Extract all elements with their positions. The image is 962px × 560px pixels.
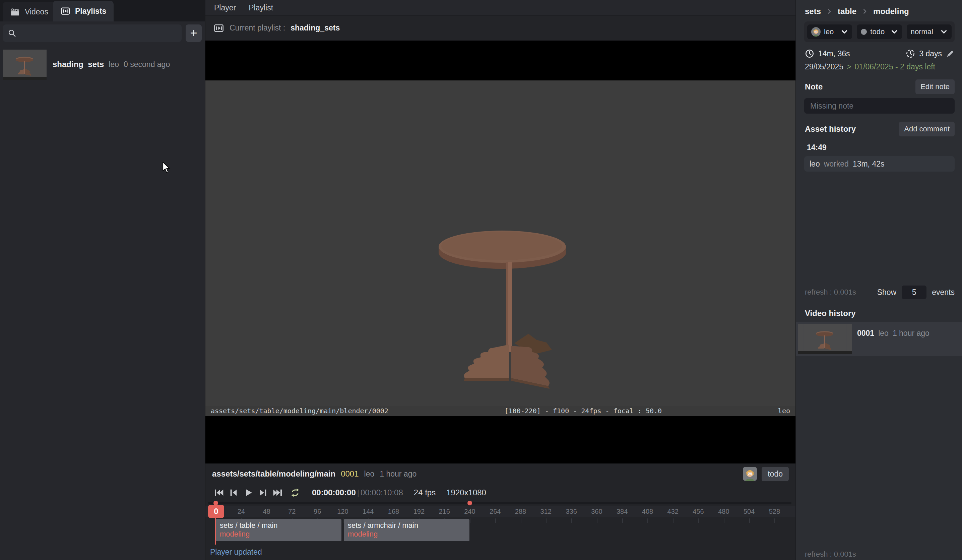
breadcrumb-modeling[interactable]: modeling (873, 7, 909, 16)
ruler-tick-label: 216 (439, 506, 450, 517)
player-panel: Player Playlist Current playlist : shadi… (205, 0, 796, 560)
history-entry-time: 14:49 (807, 143, 962, 152)
fps-label: 24 fps (414, 488, 436, 497)
mouse-cursor (162, 162, 171, 173)
ruler-tick-mark (597, 518, 597, 523)
priority-select[interactable]: normal (907, 24, 952, 39)
breadcrumb-sets[interactable]: sets (805, 7, 821, 16)
current-playlist-row: Current playlist : shading_sets (205, 16, 796, 40)
play-button[interactable] (243, 487, 253, 498)
events-count-input[interactable] (902, 286, 926, 299)
avatar-image (743, 467, 757, 481)
tab-playlists[interactable]: Playlists (53, 1, 114, 21)
add-comment-button[interactable]: Add comment (899, 122, 955, 136)
version-author: leo (364, 470, 374, 479)
clip-task: modeling (348, 530, 465, 539)
edit-note-button[interactable]: Edit note (915, 79, 955, 94)
tab-videos[interactable]: Videos (3, 2, 56, 21)
show-label: Show (877, 288, 897, 297)
skip-to-end-button[interactable] (273, 487, 283, 498)
video-history-author: leo (878, 329, 889, 338)
playlist-name: shading_sets (53, 60, 104, 69)
video-burnin-bar: assets/sets/table/modeling/main/blender/… (205, 406, 796, 416)
chevron-down-icon (841, 28, 848, 36)
history-action: worked (824, 160, 849, 169)
asset-history-title: Asset history (805, 124, 856, 134)
tab-playlist[interactable]: Playlist (249, 3, 273, 12)
version-bar-right: todo (743, 467, 789, 481)
events-filter-row: refresh : 0.001s Show events (805, 286, 955, 299)
timeline-clip[interactable]: sets / table / mainmodeling (216, 519, 341, 541)
current-frame-badge[interactable]: 0 (208, 505, 224, 518)
search-input[interactable] (20, 29, 177, 38)
left-tab-bar: Videos Playlists (0, 0, 205, 21)
playlist-thumbnail (3, 50, 47, 80)
status-dot (861, 29, 867, 35)
clip-title: sets / table / main (220, 521, 337, 530)
status-badge: todo (762, 467, 789, 481)
chevron-right-icon (826, 8, 832, 15)
player-tab-bar: Player Playlist (205, 0, 796, 16)
ruler-tick-label: 24 (237, 506, 245, 517)
avatar-image (811, 27, 821, 37)
timecode-current: 00:00:00:00 (312, 488, 356, 497)
ruler-tick-label: 120 (337, 506, 348, 517)
timeline-clips: sets / table / mainmodelingsets / armcha… (205, 518, 796, 542)
burnin-author: leo (778, 407, 790, 415)
ruler-tick-label: 408 (642, 506, 653, 517)
playlist-author: leo (108, 60, 119, 69)
due-date: 01/06/2025 - 2 days left (855, 62, 935, 71)
video-history-entry[interactable]: 0001 leo 1 hour ago (796, 322, 962, 356)
chevron-down-icon (891, 28, 898, 36)
clip-task: modeling (220, 530, 337, 539)
video-history-section: Video history 0001 leo 1 hour ago (796, 303, 962, 356)
video-history-version: 0001 (857, 329, 874, 338)
timeline-range-track[interactable] (208, 502, 791, 504)
ruler-tick-label: 72 (288, 506, 295, 517)
assignee-avatar (811, 27, 821, 37)
timeline-clip[interactable]: sets / armchair / mainmodeling (344, 519, 470, 541)
table-3d-render (435, 228, 569, 389)
version-bar: assets/sets/table/modeling/main 0001 leo… (205, 463, 796, 484)
ruler-tick-mark (571, 518, 572, 523)
task-panel: sets table modeling leo todo normal (796, 0, 962, 560)
current-playlist-name: shading_sets (291, 23, 340, 32)
status-select[interactable]: todo (857, 24, 902, 39)
playlist-list-item[interactable]: shading_sets leo 0 second ago (3, 50, 202, 80)
ruler-tick-mark (724, 518, 725, 523)
playlist-icon (213, 23, 224, 34)
note-title: Note (805, 82, 823, 92)
breadcrumb-table[interactable]: table (838, 7, 857, 16)
loop-toggle-button[interactable] (290, 487, 300, 498)
player-status-message: Player updated (210, 548, 262, 557)
video-history-thumbnail (798, 324, 852, 354)
search-box (3, 24, 182, 42)
skip-to-start-button[interactable] (213, 487, 224, 498)
time-tracking-row: 14m, 36s 3 days (805, 49, 955, 58)
ruler-tick-label: 456 (692, 506, 704, 517)
history-author: leo (810, 160, 820, 169)
add-playlist-button[interactable]: + (186, 24, 202, 42)
previous-frame-button[interactable] (228, 487, 239, 498)
timeline-ruler[interactable]: 2448729612014416819221624026428831233636… (205, 506, 796, 517)
edit-pencil-icon[interactable] (946, 49, 955, 58)
assignee-avatar (743, 467, 757, 481)
tab-player[interactable]: Player (214, 3, 236, 12)
assignee-select[interactable]: leo (807, 24, 852, 39)
burnin-path: assets/sets/table/modeling/main/blender/… (211, 407, 388, 415)
time-spent: 14m, 36s (818, 49, 850, 58)
ruler-tick-label: 528 (769, 506, 780, 517)
range-handle[interactable] (467, 501, 472, 505)
timecode-separator: | (357, 488, 359, 497)
start-date: 29/05/2025 (805, 62, 843, 71)
ruler-tick-label: 480 (718, 506, 729, 517)
ruler-tick-mark (622, 518, 623, 523)
video-frame: assets/sets/table/modeling/main/blender/… (205, 81, 796, 416)
ruler-tick-label: 312 (541, 506, 552, 517)
ruler-tick-mark (343, 518, 344, 523)
version-path: assets/sets/table/modeling/main (212, 469, 336, 479)
estimation-group: 3 days (906, 49, 955, 58)
next-frame-button[interactable] (258, 487, 268, 498)
video-viewport[interactable]: assets/sets/table/modeling/main/blender/… (205, 40, 796, 463)
ruler-tick-label: 336 (566, 506, 577, 517)
